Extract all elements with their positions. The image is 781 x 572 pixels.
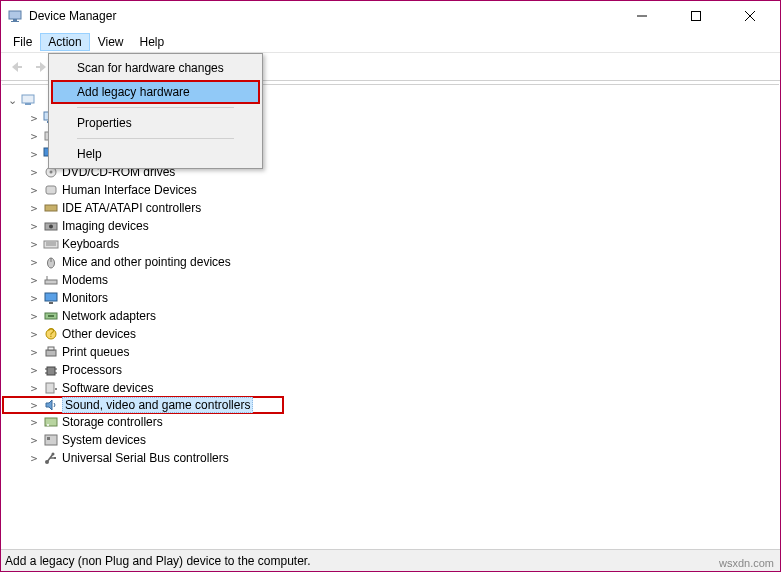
menu-properties[interactable]: Properties bbox=[51, 111, 260, 135]
tree-item[interactable]: >Monitors bbox=[2, 289, 779, 307]
tree-item-label: Software devices bbox=[62, 381, 153, 395]
expand-icon[interactable]: > bbox=[28, 202, 40, 215]
expand-icon[interactable]: > bbox=[28, 452, 40, 465]
menu-view[interactable]: View bbox=[90, 33, 132, 51]
svg-rect-33 bbox=[48, 315, 54, 317]
expand-icon[interactable]: > bbox=[28, 220, 40, 233]
computer-root-icon bbox=[20, 92, 36, 108]
tree-item[interactable]: >Mice and other pointing devices bbox=[2, 253, 779, 271]
expand-icon[interactable]: > bbox=[28, 292, 40, 305]
expand-icon[interactable]: > bbox=[28, 416, 40, 429]
monitor-icon bbox=[43, 290, 59, 306]
collapse-icon[interactable]: ⌄ bbox=[6, 94, 18, 107]
expand-icon[interactable]: > bbox=[28, 310, 40, 323]
tree-item[interactable]: >Imaging devices bbox=[2, 217, 779, 235]
expand-icon[interactable]: > bbox=[28, 382, 40, 395]
toolbar-back-button[interactable] bbox=[3, 56, 29, 78]
tree-item[interactable]: >Network adapters bbox=[2, 307, 779, 325]
tree-item[interactable]: >IDE ATA/ATAPI controllers bbox=[2, 199, 779, 217]
tree-item[interactable]: >Print queues bbox=[2, 343, 779, 361]
menu-action[interactable]: Action bbox=[40, 33, 89, 51]
action-menu-dropdown: Scan for hardware changes Add legacy har… bbox=[48, 53, 263, 169]
tree-item-label: Keyboards bbox=[62, 237, 119, 251]
expand-icon[interactable]: > bbox=[28, 328, 40, 341]
close-button[interactable] bbox=[732, 4, 768, 28]
svg-rect-19 bbox=[46, 186, 56, 194]
svg-rect-31 bbox=[49, 302, 53, 304]
svg-rect-36 bbox=[46, 350, 56, 356]
tree-item[interactable]: >Keyboards bbox=[2, 235, 779, 253]
tree-item[interactable]: >Modems bbox=[2, 271, 779, 289]
svg-rect-30 bbox=[45, 293, 57, 301]
tree-item[interactable]: >Software devices bbox=[2, 379, 779, 397]
expand-icon[interactable]: > bbox=[28, 112, 40, 125]
expand-icon[interactable]: > bbox=[28, 238, 40, 251]
tree-item[interactable]: >Processors bbox=[2, 361, 779, 379]
expand-icon[interactable]: > bbox=[28, 148, 40, 161]
window-controls bbox=[624, 4, 774, 28]
menu-bar: File Action View Help bbox=[1, 31, 780, 53]
tree-item-label: Network adapters bbox=[62, 309, 156, 323]
tree-item-label: Processors bbox=[62, 363, 122, 377]
expand-icon[interactable]: > bbox=[28, 130, 40, 143]
svg-rect-4 bbox=[692, 12, 701, 21]
mouse-icon bbox=[43, 254, 59, 270]
svg-text:?: ? bbox=[48, 327, 55, 340]
menu-scan-hardware[interactable]: Scan for hardware changes bbox=[51, 56, 260, 80]
svg-rect-0 bbox=[9, 11, 21, 19]
svg-rect-28 bbox=[45, 280, 57, 284]
expand-icon[interactable]: > bbox=[28, 184, 40, 197]
tree-item-label: Storage controllers bbox=[62, 415, 163, 429]
svg-rect-1 bbox=[13, 19, 17, 21]
tree-item[interactable]: >System devices bbox=[2, 431, 779, 449]
system-icon bbox=[43, 432, 59, 448]
other-icon: ? bbox=[43, 326, 59, 342]
svg-rect-43 bbox=[46, 383, 54, 393]
tree-item[interactable]: >Universal Serial Bus controllers bbox=[2, 449, 779, 467]
ide-icon bbox=[43, 200, 59, 216]
maximize-button[interactable] bbox=[678, 4, 714, 28]
svg-rect-8 bbox=[36, 66, 40, 68]
svg-rect-2 bbox=[11, 21, 19, 22]
expand-icon[interactable]: > bbox=[28, 346, 40, 359]
tree-item[interactable]: >Storage controllers bbox=[2, 413, 779, 431]
svg-point-22 bbox=[49, 225, 53, 229]
expand-icon[interactable]: > bbox=[28, 434, 40, 447]
svg-rect-37 bbox=[48, 347, 54, 350]
tree-item[interactable]: >Human Interface Devices bbox=[2, 181, 779, 199]
tree-item-label: Monitors bbox=[62, 291, 108, 305]
menu-add-legacy-hardware[interactable]: Add legacy hardware bbox=[51, 80, 260, 104]
tree-item-label: Imaging devices bbox=[62, 219, 149, 233]
expand-icon[interactable]: > bbox=[28, 274, 40, 287]
menu-file[interactable]: File bbox=[5, 33, 40, 51]
expand-icon[interactable]: > bbox=[28, 256, 40, 269]
svg-point-51 bbox=[52, 453, 55, 456]
expand-icon[interactable]: > bbox=[28, 364, 40, 377]
svg-rect-45 bbox=[45, 418, 57, 426]
svg-rect-47 bbox=[45, 435, 57, 445]
svg-rect-48 bbox=[47, 437, 50, 440]
menu-help[interactable]: Help bbox=[132, 33, 173, 51]
svg-rect-20 bbox=[45, 205, 57, 211]
menu-separator bbox=[77, 138, 234, 139]
tree-item[interactable]: >?Other devices bbox=[2, 325, 779, 343]
minimize-button[interactable] bbox=[624, 4, 660, 28]
svg-point-46 bbox=[47, 424, 49, 426]
network-icon bbox=[43, 308, 59, 324]
usb-icon bbox=[43, 450, 59, 466]
storage-icon bbox=[43, 414, 59, 430]
imaging-icon bbox=[43, 218, 59, 234]
svg-rect-38 bbox=[47, 367, 55, 375]
expand-icon[interactable]: > bbox=[28, 399, 40, 412]
modem-icon bbox=[43, 272, 59, 288]
tree-item-label: Modems bbox=[62, 273, 108, 287]
keyboard-icon bbox=[43, 236, 59, 252]
tree-item-label: System devices bbox=[62, 433, 146, 447]
expand-icon[interactable]: > bbox=[28, 166, 40, 179]
menu-help[interactable]: Help bbox=[51, 142, 260, 166]
tree-item[interactable]: >Sound, video and game controllers bbox=[2, 396, 284, 414]
svg-rect-9 bbox=[22, 95, 34, 103]
svg-rect-10 bbox=[25, 103, 31, 105]
tree-item-label: Human Interface Devices bbox=[62, 183, 197, 197]
status-bar: Add a legacy (non Plug and Play) device … bbox=[1, 549, 780, 571]
